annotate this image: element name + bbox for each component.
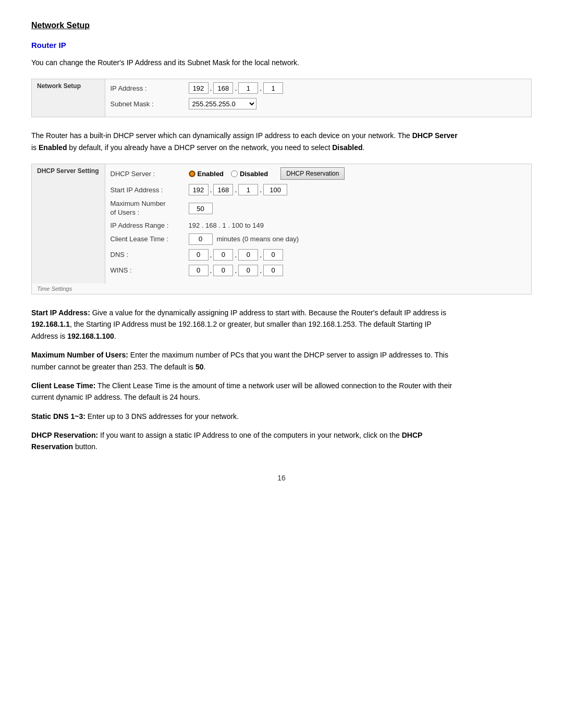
dhcp-panel: DHCP Server Setting DHCP Server : Enable… (31, 164, 532, 294)
ip-part-3[interactable] (238, 82, 258, 94)
dns-dot-2: . (234, 251, 237, 259)
dhcp-server-label: DHCP Server : (111, 170, 189, 178)
dhcp-fields: DHCP Server : Enabled Disabled DHCP Rese… (105, 164, 531, 283)
client-lease-bold: Client Lease Time: (31, 381, 95, 390)
wins-value: . . . (189, 265, 284, 276)
body-sections: Start IP Address: Give a value for the d… (31, 307, 459, 453)
max-users-label: Maximum Numberof Users : (111, 200, 189, 217)
router-ip-section-row: Network Setup IP Address : . . . (32, 79, 531, 117)
dns-part-1[interactable] (189, 249, 209, 261)
max-users-row: Maximum Numberof Users : (111, 200, 527, 217)
ip-part-1[interactable] (189, 82, 209, 94)
wins-label: WINS : (111, 266, 189, 274)
enabled-text: Enabled (198, 170, 224, 178)
dns-part-3[interactable] (238, 249, 258, 261)
wins-part-3[interactable] (238, 265, 258, 276)
subnet-mask-label: Subnet Mask : (111, 100, 189, 108)
start-dot-1: . (210, 186, 213, 194)
max-users-value (189, 203, 213, 214)
subnet-mask-select[interactable]: 255.255.255.0 255.255.0.0 255.0.0.0 (189, 98, 256, 109)
ip-range-value: 192 . 168 . 1 . 100 to 149 (189, 221, 264, 229)
page-number: 16 (31, 474, 532, 482)
dns-row: DNS : . . . (111, 249, 527, 261)
wins-dot-2: . (234, 266, 237, 275)
start-ip-bold: Start IP Address: (31, 309, 90, 317)
ip-address-label: IP Address : (111, 84, 189, 92)
disabled-text: Disabled (240, 170, 268, 178)
wins-part-1[interactable] (189, 265, 209, 276)
dhcp-section-label: DHCP Server Setting (32, 164, 105, 283)
ip-address-row: IP Address : . . . (111, 82, 527, 94)
client-lease-section: Client Lease Time: The Client Lease Time… (31, 380, 459, 403)
start-ip-label: Start IP Address : (111, 186, 189, 194)
dns-dot-3: . (259, 251, 262, 259)
start-ip-section: Start IP Address: Give a value for the d… (31, 307, 459, 342)
dhcp-section-row: DHCP Server Setting DHCP Server : Enable… (32, 164, 531, 283)
time-settings-peek: Time Settings (32, 283, 531, 294)
disabled-radio[interactable] (231, 170, 238, 177)
dot-3: . (259, 84, 262, 92)
dhcp-reservation-section: DHCP Reservation: If you want to assign … (31, 429, 459, 453)
client-lease-unit: minutes (0 means one day) (217, 235, 299, 243)
wins-part-2[interactable] (213, 265, 233, 276)
dot-1: . (210, 84, 213, 92)
start-ip-row: Start IP Address : . . . (111, 184, 527, 195)
static-dns-bold: Static DNS 1~3: (31, 412, 85, 421)
ip-part-4[interactable] (263, 82, 283, 94)
dns-label: DNS : (111, 251, 189, 258)
dhcp-server-row: DHCP Server : Enabled Disabled DHCP Rese… (111, 167, 527, 180)
router-ip-section-title: Router IP (31, 41, 532, 50)
router-ip-description: You can change the Router's IP Address a… (31, 57, 459, 68)
ip-range-row: IP Address Range : 192 . 168 . 1 . 100 t… (111, 221, 527, 229)
ip-part-2[interactable] (213, 82, 233, 94)
wins-dot-1: . (210, 266, 213, 275)
max-users-input[interactable] (189, 203, 213, 214)
enabled-label[interactable]: Enabled (189, 170, 224, 178)
dns-part-4[interactable] (263, 249, 283, 261)
start-ip-value: . . . (189, 184, 288, 195)
client-lease-row: Client Lease Time : minutes (0 means one… (111, 233, 527, 245)
dhcp-server-options: Enabled Disabled DHCP Reservation (189, 167, 345, 180)
start-ip-part-3[interactable] (238, 184, 258, 195)
dns-value: . . . (189, 249, 284, 261)
ip-range-text: 192 . 168 . 1 . 100 to 149 (189, 221, 264, 229)
subnet-mask-value: 255.255.255.0 255.255.0.0 255.0.0.0 (189, 98, 256, 109)
dhcp-reservation-bold: DHCP Reservation: (31, 431, 98, 439)
ip-range-label: IP Address Range : (111, 221, 189, 229)
ip-address-value: . . . (189, 82, 284, 94)
dhcp-table: DHCP Server Setting DHCP Server : Enable… (32, 164, 531, 283)
dot-2: . (234, 84, 237, 92)
start-dot-2: . (234, 186, 237, 194)
network-setup-label: Network Setup (32, 79, 105, 117)
start-ip-part-1[interactable] (189, 184, 209, 195)
static-dns-section: Static DNS 1~3: Enter up to 3 DNS addres… (31, 411, 459, 422)
dhcp-reservation-button[interactable]: DHCP Reservation (280, 167, 345, 180)
wins-dot-3: . (259, 266, 262, 275)
enabled-radio[interactable] (189, 170, 195, 177)
dns-dot-1: . (210, 251, 213, 259)
disabled-label[interactable]: Disabled (231, 170, 268, 178)
start-ip-part-4[interactable] (263, 184, 287, 195)
start-dot-3: . (259, 186, 262, 194)
router-ip-table: Network Setup IP Address : . . . (32, 79, 531, 117)
client-lease-value: minutes (0 means one day) (189, 233, 299, 245)
dns-part-2[interactable] (213, 249, 233, 261)
max-users-bold: Maximum Number of Users: (31, 351, 128, 359)
wins-row: WINS : . . . (111, 265, 527, 276)
page-title: Network Setup (31, 21, 532, 30)
router-ip-panel: Network Setup IP Address : . . . (31, 79, 532, 117)
client-lease-label: Client Lease Time : (111, 235, 189, 243)
router-ip-fields: IP Address : . . . Subnet Mask : (105, 79, 531, 117)
max-users-section: Maximum Number of Users: Enter the maxim… (31, 349, 459, 373)
wins-part-4[interactable] (263, 265, 283, 276)
subnet-mask-row: Subnet Mask : 255.255.255.0 255.255.0.0 … (111, 98, 527, 109)
dhcp-description: The Router has a built-in DHCP server wh… (31, 130, 459, 153)
client-lease-input[interactable] (189, 233, 213, 245)
start-ip-part-2[interactable] (213, 184, 233, 195)
